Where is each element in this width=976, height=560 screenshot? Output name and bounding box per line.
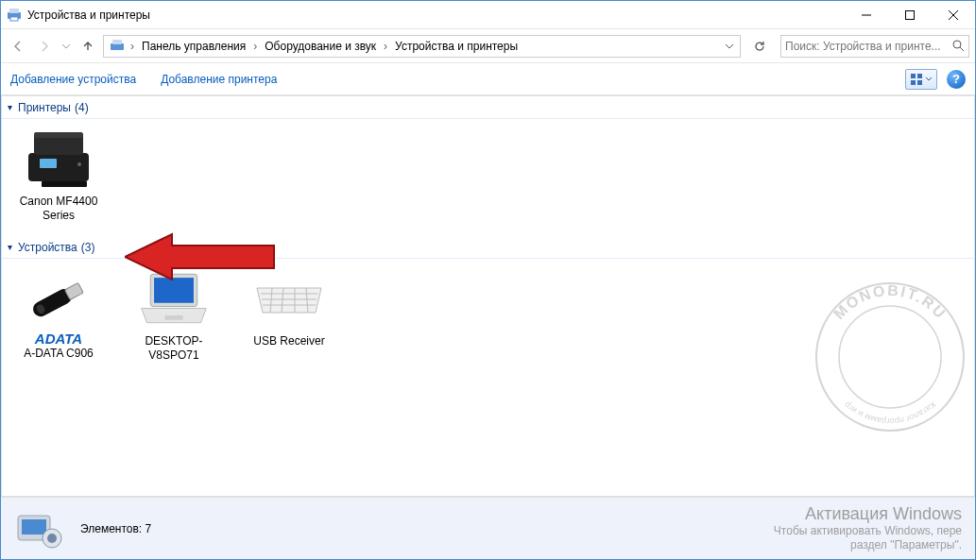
back-button[interactable]: [7, 35, 29, 58]
command-bar: Добавление устройства Добавление принтер…: [1, 63, 975, 95]
svg-rect-11: [911, 74, 916, 78]
recent-dropdown[interactable]: [60, 35, 73, 58]
device-item-desktop[interactable]: DESKTOP-V8SPO71: [128, 266, 219, 363]
chevron-right-icon: ›: [382, 40, 389, 53]
printer-icon: [21, 127, 96, 191]
window-controls: [845, 1, 975, 28]
svg-rect-26: [164, 315, 182, 320]
svg-rect-40: [22, 519, 46, 535]
group-name: Принтеры: [18, 101, 71, 114]
activation-watermark: Активация Windows Чтобы активировать Win…: [774, 504, 962, 553]
svg-rect-19: [42, 181, 87, 187]
device-item-receiver[interactable]: USB Receiver: [244, 266, 334, 363]
svg-rect-18: [40, 159, 57, 168]
device-label: Canon MF4400 Series: [13, 195, 104, 223]
svg-rect-4: [906, 10, 915, 19]
usb-drive-icon: [21, 266, 96, 331]
breadcrumb-dropdown[interactable]: [721, 42, 738, 50]
keyboard-icon: [251, 266, 327, 331]
svg-point-42: [47, 534, 57, 543]
up-button[interactable]: [77, 35, 99, 58]
search-icon: [952, 40, 965, 52]
svg-rect-14: [917, 80, 922, 85]
refresh-button[interactable]: [748, 35, 771, 58]
svg-line-10: [960, 47, 964, 51]
content-area: ▾ Принтеры (4) Canon MF4400 Series: [1, 95, 975, 497]
svg-rect-8: [112, 40, 122, 44]
help-button[interactable]: ?: [947, 70, 966, 89]
breadcrumb-root-icon[interactable]: [106, 36, 128, 57]
details-pane: Элементов: 7 Активация Windows Чтобы акт…: [1, 497, 975, 559]
svg-rect-17: [34, 132, 83, 138]
laptop-icon: [136, 266, 212, 331]
chevron-right-icon: ›: [128, 40, 136, 53]
svg-text:Каталог программ и игр: Каталог программ и игр: [843, 399, 938, 426]
breadcrumb[interactable]: › Панель управления › Оборудование и зву…: [103, 35, 741, 58]
group-name: Устройства: [18, 241, 77, 254]
group-count: (4): [75, 101, 89, 114]
app-icon: [1, 8, 27, 23]
breadcrumb-item-0[interactable]: Панель управления: [136, 36, 251, 57]
details-icon: [14, 506, 63, 552]
details-summary: Элементов: 7: [80, 522, 151, 535]
chevron-down-icon: ▾: [8, 242, 12, 252]
add-device-button[interactable]: Добавление устройства: [10, 73, 136, 86]
svg-rect-12: [917, 74, 922, 78]
svg-rect-25: [154, 278, 194, 303]
add-printer-button[interactable]: Добавление принтера: [161, 73, 277, 86]
breadcrumb-item-2[interactable]: Устройства и принтеры: [389, 36, 523, 57]
device-item-printer[interactable]: Canon MF4400 Series: [13, 127, 104, 223]
titlebar: Устройства и принтеры: [1, 1, 975, 29]
device-label: DESKTOP-V8SPO71: [128, 334, 219, 363]
breadcrumb-item-1[interactable]: Оборудование и звук: [259, 36, 382, 57]
forward-button[interactable]: [33, 35, 56, 58]
svg-rect-13: [911, 80, 916, 85]
device-brand: ADATA: [35, 331, 82, 347]
search-placeholder: Поиск: Устройства и принте...: [785, 40, 941, 53]
group-count: (3): [81, 241, 95, 254]
device-label: A-DATA C906: [24, 347, 94, 361]
window-title: Устройства и принтеры: [27, 8, 845, 22]
chevron-right-icon: ›: [251, 40, 259, 53]
view-options-button[interactable]: [905, 69, 937, 90]
group-items-devices: ADATA A-DATA C906 DESKTOP-V8SPO71: [2, 259, 974, 376]
watermark-sub1: Чтобы активировать Windows, пере: [774, 524, 962, 539]
svg-rect-1: [9, 8, 19, 13]
maximize-button[interactable]: [888, 1, 932, 28]
svg-point-20: [77, 162, 81, 166]
svg-rect-2: [10, 17, 18, 21]
svg-rect-15: [28, 153, 89, 181]
device-item-usb[interactable]: ADATA A-DATA C906: [13, 266, 104, 363]
search-input[interactable]: Поиск: Устройства и принте...: [780, 35, 969, 58]
window: Устройства и принтеры: [0, 0, 976, 560]
group-items-printers: Canon MF4400 Series: [2, 119, 974, 236]
group-header-printers[interactable]: ▾ Принтеры (4): [2, 96, 974, 119]
navbar: › Панель управления › Оборудование и зву…: [1, 29, 975, 63]
svg-point-9: [953, 41, 961, 48]
watermark-title: Активация Windows: [774, 504, 962, 524]
group-header-devices[interactable]: ▾ Устройства (3): [2, 236, 974, 259]
chevron-down-icon: ▾: [8, 102, 12, 112]
minimize-button[interactable]: [845, 1, 888, 28]
svg-rect-7: [111, 43, 124, 50]
chevron-down-icon: [926, 76, 932, 82]
device-label: USB Receiver: [253, 334, 324, 348]
close-button[interactable]: [932, 1, 975, 28]
thumbnails-icon: [911, 74, 924, 85]
watermark-sub2: раздел "Параметры".: [774, 538, 962, 553]
